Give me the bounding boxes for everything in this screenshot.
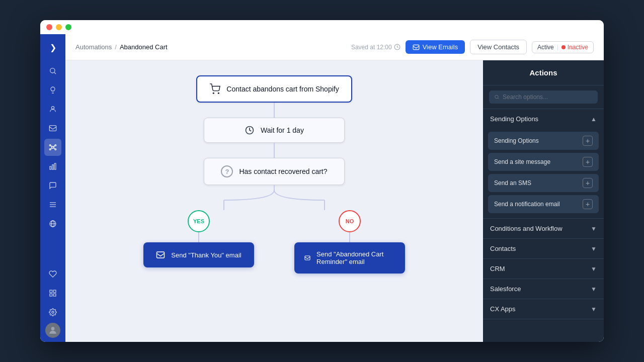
sidebar-icon-grid[interactable] — [44, 285, 61, 302]
yes-email-label: Send "Thank You" email — [171, 251, 241, 259]
user-avatar[interactable] — [45, 323, 60, 338]
sidebar-icon-lightbulb[interactable] — [44, 81, 61, 99]
clock-icon — [245, 125, 255, 135]
section-salesforce-label: Salesforce — [490, 285, 521, 293]
wait-label: Wait for 1 day — [261, 126, 304, 134]
sidebar-icon-user[interactable] — [44, 101, 61, 118]
question-icon: ? — [221, 165, 233, 177]
svg-rect-29 — [413, 45, 419, 49]
status-active-label[interactable]: Active — [537, 44, 554, 51]
section-salesforce: Salesforce ▼ — [483, 279, 604, 299]
content-area: Contact abandons cart from Shopify Wait … — [65, 60, 604, 342]
section-crm: CRM ▼ — [483, 259, 604, 279]
action-site-message[interactable]: Send a site message + — [488, 153, 599, 171]
section-cx-apps: CX Apps ▼ — [483, 299, 604, 319]
svg-line-9 — [51, 145, 52, 147]
svg-point-31 — [218, 93, 219, 94]
svg-rect-14 — [52, 165, 54, 169]
svg-rect-36 — [157, 252, 165, 258]
yes-badge: YES — [188, 210, 210, 232]
wait-node[interactable]: Wait for 1 day — [204, 118, 345, 143]
condition-label: Has contact recovered cart? — [239, 167, 327, 175]
section-salesforce-header[interactable]: Salesforce ▼ — [483, 279, 604, 299]
section-conditions-header[interactable]: Conditions and Workflow ▼ — [483, 219, 604, 238]
svg-point-26 — [52, 311, 54, 313]
actions-panel: Actions Sending Options ▲ — [483, 60, 604, 342]
svg-rect-24 — [50, 294, 52, 296]
view-contacts-button[interactable]: View Contacts — [470, 40, 527, 54]
chevron-down-icon-5: ▼ — [591, 306, 597, 313]
section-contacts-header[interactable]: Contacts ▼ — [483, 239, 604, 258]
section-cx-apps-label: CX Apps — [490, 305, 516, 313]
action-notification-email[interactable]: Send a notification email + — [488, 195, 599, 213]
search-wrap[interactable] — [489, 90, 598, 104]
section-crm-header[interactable]: CRM ▼ — [483, 259, 604, 279]
email-icon-2 — [304, 253, 310, 262]
sidebar-icon-heart[interactable] — [44, 265, 61, 283]
plus-icon[interactable]: + — [583, 136, 593, 146]
action-sms[interactable]: Send an SMS + — [488, 174, 599, 192]
action-sending-options[interactable]: Sending Options + — [488, 132, 599, 150]
plus-icon-3[interactable]: + — [583, 178, 593, 188]
breadcrumb-parent[interactable]: Automations — [75, 43, 112, 51]
section-sending-options: Sending Options ▲ Sending Options + Send… — [483, 109, 604, 219]
sidebar: ❯ — [40, 34, 65, 342]
no-branch: NO Send "Abandoned Cart Reminder" email — [294, 210, 405, 274]
plus-icon-4[interactable]: + — [583, 199, 593, 209]
sidebar-collapse-button[interactable]: ❯ — [44, 38, 62, 56]
no-badge: NO — [339, 210, 361, 232]
svg-point-8 — [55, 149, 56, 150]
yes-email-node[interactable]: Send "Thank You" email — [143, 242, 254, 267]
status-inactive-label[interactable]: Inactive — [561, 44, 588, 51]
panel-title: Actions — [483, 60, 604, 85]
sidebar-icon-automation[interactable] — [44, 139, 61, 156]
svg-point-30 — [213, 93, 214, 94]
sidebar-icon-chat[interactable] — [44, 177, 61, 194]
branch-nodes: YES Send "Thank You" email NO — [143, 210, 405, 274]
condition-node[interactable]: ? Has contact recovered cart? — [204, 158, 345, 185]
section-contacts: Contacts ▼ — [483, 239, 604, 259]
svg-point-6 — [55, 145, 56, 146]
cart-icon — [209, 83, 220, 95]
chevron-down-icon-4: ▼ — [591, 286, 597, 293]
breadcrumb: Automations / Abandoned Cart — [75, 43, 351, 51]
sidebar-icon-list[interactable] — [44, 196, 61, 213]
section-conditions-label: Conditions and Workflow — [490, 225, 562, 232]
svg-rect-15 — [54, 163, 56, 169]
no-email-node[interactable]: Send "Abandoned Cart Reminder" email — [294, 242, 405, 274]
svg-rect-23 — [53, 290, 56, 293]
svg-line-12 — [54, 148, 55, 149]
sidebar-icon-settings[interactable] — [44, 304, 61, 321]
svg-rect-37 — [305, 256, 310, 260]
sidebar-icon-chart[interactable] — [44, 158, 61, 175]
app-window: ❯ — [40, 20, 604, 342]
header-actions: Saved at 12:00 View Emails View Contacts… — [351, 40, 594, 54]
svg-point-7 — [49, 149, 51, 150]
sidebar-icon-globe[interactable] — [44, 215, 61, 232]
sidebar-icon-email[interactable] — [44, 120, 61, 137]
yes-connector — [198, 232, 199, 242]
branch-connector — [143, 185, 405, 210]
plus-icon-2[interactable]: + — [583, 157, 593, 167]
saved-status: Saved at 12:00 — [351, 44, 400, 51]
close-button[interactable] — [46, 24, 52, 30]
maximize-button[interactable] — [65, 24, 71, 30]
connector-2 — [274, 143, 275, 158]
section-conditions: Conditions and Workflow ▼ — [483, 219, 604, 239]
app-body: ❯ — [40, 34, 604, 342]
section-cx-apps-header[interactable]: CX Apps ▼ — [483, 299, 604, 319]
inactive-dot — [561, 45, 566, 49]
chevron-down-icon-3: ▼ — [591, 265, 597, 273]
search-input[interactable] — [503, 94, 593, 101]
section-sending-options-content: Sending Options + Send a site message + … — [483, 129, 604, 218]
branch-area: YES Send "Thank You" email NO — [75, 185, 473, 274]
svg-line-1 — [54, 72, 56, 74]
trigger-node[interactable]: Contact abandons cart from Shopify — [196, 75, 352, 103]
minimize-button[interactable] — [56, 24, 62, 30]
svg-rect-22 — [50, 290, 52, 293]
svg-line-10 — [54, 145, 55, 147]
section-sending-options-header[interactable]: Sending Options ▲ — [483, 109, 604, 129]
sidebar-icon-search[interactable] — [44, 62, 61, 79]
view-emails-button[interactable]: View Emails — [406, 40, 465, 54]
svg-point-4 — [52, 146, 54, 148]
